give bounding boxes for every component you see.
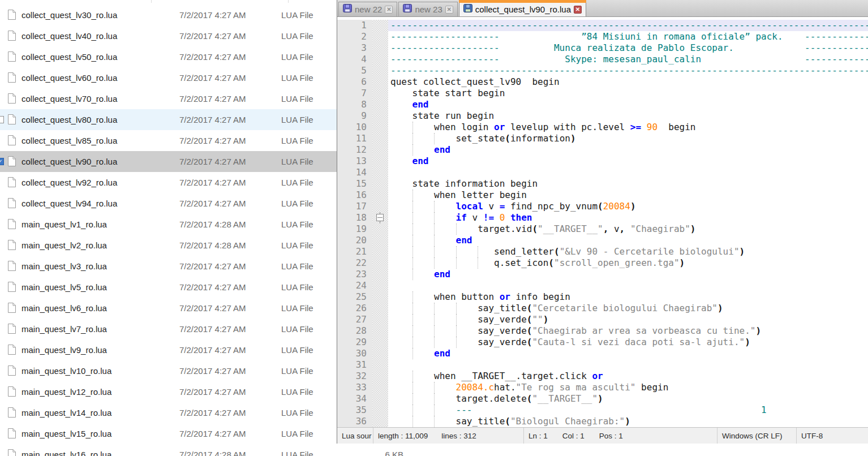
column-separator: [151, 0, 152, 3]
file-row[interactable]: main_quest_lv16_ro.lua7/2/2017 4:28 AMLU…: [0, 444, 868, 456]
code-line[interactable]: 26 say_title("Cercetarile biologului Cha…: [337, 303, 868, 314]
tab-1[interactable]: new 22✕: [338, 2, 397, 16]
fold-margin: [372, 156, 388, 167]
code-line[interactable]: 11 set_state(information): [337, 133, 868, 144]
code-token: q.set_icon: [390, 257, 548, 268]
code-line[interactable]: 22 q.set_icon("scroll_open_green.tga"): [337, 257, 868, 269]
status-eol-label: Windows (CR LF): [722, 432, 783, 440]
status-length: length : 11,009: [378, 432, 428, 440]
code-line[interactable]: 23 end: [337, 269, 868, 280]
code-line[interactable]: 32 when __TARGET__.target.click or: [337, 371, 868, 382]
code-text: ----------------------------------------…: [388, 65, 868, 76]
tab-3[interactable]: collect_quest_lv90_ro.lua✕: [459, 0, 586, 16]
code-token: state information begin: [390, 178, 538, 189]
code-token: "": [532, 314, 543, 325]
code-line[interactable]: 13 end: [337, 156, 868, 167]
code-line[interactable]: 2-------------------- ”84 Misiuni in rom…: [337, 31, 868, 42]
fold-margin: [372, 167, 388, 178]
code-token: (: [505, 416, 510, 427]
code-line[interactable]: 12 end: [337, 144, 868, 156]
file-name: main_quest_lv9_ro.lua: [22, 339, 107, 360]
indent-guide: [456, 337, 457, 348]
fold-margin: [372, 122, 388, 133]
code-line[interactable]: 17 local v = find_npc_by_vnum(20084): [337, 201, 868, 212]
file-name: main_quest_lv12_ro.lua: [22, 381, 111, 402]
line-number: 21: [337, 246, 372, 257]
code-line[interactable]: 14: [337, 167, 868, 178]
file-type: LUA File: [281, 46, 313, 67]
code-line[interactable]: 27 say_verde(""): [337, 314, 868, 325]
status-eol-format[interactable]: Windows (CR LF): [717, 428, 797, 444]
file-type: LUA File: [281, 130, 313, 151]
indent-guide: [412, 144, 413, 156]
code-line[interactable]: 5---------------------------------------…: [337, 65, 868, 76]
file-name: collect_quest_lv85_ro.lua: [22, 130, 117, 151]
row-checkbox[interactable]: [0, 116, 4, 123]
code-token: find_npc_by_vnum: [505, 201, 598, 212]
code-line[interactable]: 10 when login or levelup with pc.level >…: [337, 122, 868, 133]
code-line[interactable]: 28 say_verde("Chaegirab ar vrea sa vorbe…: [337, 325, 868, 337]
code-line[interactable]: 25 when button or info begin: [337, 291, 868, 303]
indent-guide: [412, 223, 413, 235]
line-number: 1: [337, 20, 372, 31]
floppy-unsaved-icon: [343, 4, 352, 15]
row-checkbox-checked[interactable]: ✓: [0, 158, 4, 165]
file-date: 7/2/2017 4:27 AM: [179, 381, 246, 402]
file-date: 7/2/2017 4:27 AM: [179, 5, 246, 25]
file-type: LUA File: [281, 298, 313, 319]
indent-guide: [434, 303, 435, 314]
code-line[interactable]: 21 send_letter("&Lv 90 - Cercetarile bio…: [337, 246, 868, 257]
code-line[interactable]: 31: [337, 359, 868, 371]
code-line[interactable]: 7 state start begin: [337, 88, 868, 99]
indent-guide: [434, 416, 435, 427]
code-line[interactable]: 8 end: [337, 99, 868, 110]
code-line[interactable]: 6quest collect_quest_lv90 begin: [337, 76, 868, 88]
line-number: 12: [337, 144, 372, 156]
code-line[interactable]: 18 if v != 0 then: [337, 212, 868, 223]
code-token: "__TARGET__": [532, 393, 598, 404]
tab-2[interactable]: new 23✕: [398, 2, 457, 16]
fold-collapse-icon[interactable]: [376, 214, 384, 221]
code-line[interactable]: 36 say_title("Biologul Chaegirab:"): [337, 416, 868, 427]
code-line[interactable]: 33 20084.chat."Te rog sa ma asculti" beg…: [337, 382, 868, 393]
code-token: 20084: [603, 201, 630, 212]
indent-guide: [456, 325, 457, 337]
file-page-icon: [7, 302, 16, 313]
tab-close-icon[interactable]: ✕: [385, 6, 393, 14]
code-line[interactable]: 3-------------------- Munca realizata de…: [337, 42, 868, 54]
code-token: [505, 212, 510, 223]
fold-margin: [372, 212, 388, 223]
code-token: hat.: [494, 382, 516, 393]
code-line[interactable]: 35 --- 1: [337, 405, 868, 416]
code-token: v: [467, 212, 483, 223]
code-line[interactable]: 29 say_verde("Cauta-l si vezi daca poti …: [337, 337, 868, 348]
file-type: LUA File: [281, 444, 313, 456]
line-number: 11: [337, 133, 372, 144]
file-name: main_quest_lv2_ro.lua: [22, 235, 107, 256]
line-number: 4: [337, 54, 372, 65]
code-text: end: [388, 348, 868, 359]
code-line[interactable]: 16 when letter begin: [337, 190, 868, 201]
code-line[interactable]: 4-------------------- Skype: mesesan_pau…: [337, 54, 868, 65]
code-text: quest collect_quest_lv90 begin: [388, 76, 868, 88]
status-encoding[interactable]: UTF-8: [797, 428, 868, 444]
code-line[interactable]: 19 target.vid("__TARGET__", v, "Chaegira…: [337, 223, 868, 235]
line-number: 6: [337, 76, 372, 88]
fold-margin: [372, 348, 388, 359]
code-line[interactable]: 20 end: [337, 235, 868, 246]
file-size: 6 KB: [351, 444, 403, 456]
tab-close-icon[interactable]: ✕: [445, 6, 453, 14]
code-line[interactable]: 9 state run begin: [337, 110, 868, 122]
code-text: --- 1: [388, 405, 868, 416]
code-line[interactable]: 15 state information begin: [337, 178, 868, 190]
code-text: [388, 359, 868, 371]
code-editor[interactable]: 1---------------------------------------…: [337, 17, 868, 427]
code-token: ): [755, 325, 761, 336]
code-line[interactable]: 34 target.delete("__TARGET__"): [337, 393, 868, 405]
code-line[interactable]: 30 end: [337, 348, 868, 359]
code-line[interactable]: 1---------------------------------------…: [337, 20, 868, 31]
file-type: LUA File: [281, 172, 313, 193]
tab-close-icon[interactable]: ✕: [574, 6, 582, 14]
indent-guide: [412, 325, 413, 337]
code-line[interactable]: 24: [337, 280, 868, 291]
